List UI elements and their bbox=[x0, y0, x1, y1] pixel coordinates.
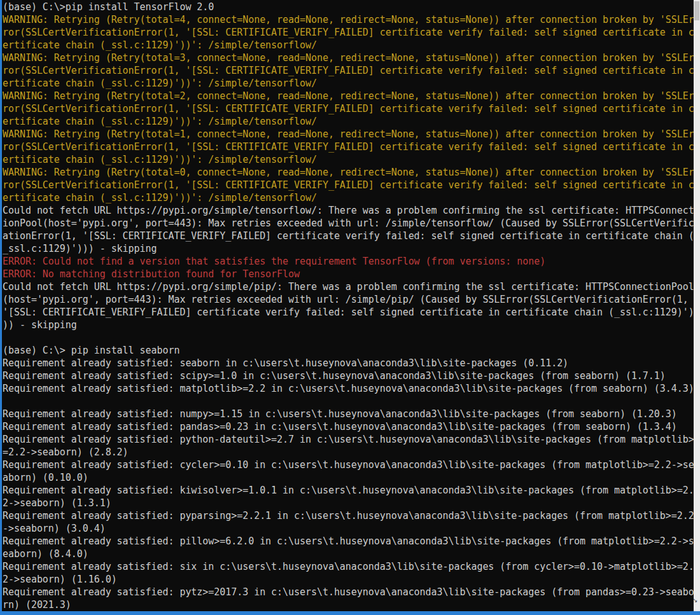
terminal-line: ationError(1, '[SSL: CERTIFICATE_VERIFY_… bbox=[3, 230, 694, 242]
terminal-line: ERROR: No matching distribution found fo… bbox=[3, 268, 694, 280]
terminal-line: =2.2->seaborn) (2.8.2) bbox=[3, 446, 694, 459]
terminal-line: WARNING: Retrying (Retry(total=3, connec… bbox=[3, 52, 694, 64]
terminal-line: WARNING: Retrying (Retry(total=4, connec… bbox=[3, 13, 694, 26]
terminal-line: Requirement already satisfied: python-da… bbox=[3, 433, 694, 446]
terminal-line: rn) (2021.3) bbox=[3, 598, 694, 611]
terminal-line: ertificate chain (_ssl.c:1129)'))': /sim… bbox=[3, 191, 694, 204]
terminal-line: Requirement already satisfied: seaborn i… bbox=[3, 357, 694, 370]
terminal-line: eaborn) (8.4.0) bbox=[3, 548, 694, 560]
terminal-line: Could not fetch URL https://pypi.org/sim… bbox=[3, 204, 694, 217]
terminal-line: 2->seaborn) (1.3.1) bbox=[3, 497, 694, 509]
terminal-line: (base) C:\>pip install TensorFlow 2.0 bbox=[3, 1, 694, 13]
terminal-line: 2->seaborn) (1.16.0) bbox=[3, 573, 694, 586]
terminal-line: (base) C:\> pip install seaborn bbox=[3, 344, 694, 357]
terminal-line: Requirement already satisfied: cycler>=0… bbox=[3, 459, 694, 471]
terminal-line: Requirement already satisfied: pytz>=201… bbox=[3, 586, 694, 598]
scrollbar-thumb[interactable] bbox=[694, 1, 699, 20]
terminal-line: Requirement already satisfied: numpy>=1.… bbox=[3, 408, 694, 420]
terminal-line: WARNING: Retrying (Retry(total=1, connec… bbox=[3, 128, 694, 141]
terminal-line: ionPool(host='pypi.org', port=443): Max … bbox=[3, 217, 694, 230]
terminal-line: ror(SSLCertVerificationError(1, '[SSL: C… bbox=[3, 26, 694, 39]
terminal-line: ror(SSLCertVerificationError(1, '[SSL: C… bbox=[3, 141, 694, 153]
terminal-line: aborn) (0.10.0) bbox=[3, 471, 694, 484]
terminal-line: WARNING: Retrying (Retry(total=2, connec… bbox=[3, 90, 694, 102]
scroll-down-arrow-icon: ↘ bbox=[692, 597, 697, 604]
terminal-line: Requirement already satisfied: pyparsing… bbox=[3, 509, 694, 522]
terminal-line: Requirement already satisfied: kiwisolve… bbox=[3, 484, 694, 497]
terminal-window: (base) C:\>pip install TensorFlow 2.0WAR… bbox=[0, 0, 700, 615]
terminal-line: ror(SSLCertVerificationError(1, '[SSL: C… bbox=[3, 64, 694, 77]
terminal-line: ertificate chain (_ssl.c:1129)'))': /sim… bbox=[3, 77, 694, 90]
terminal-line: ->seaborn) (3.0.4) bbox=[3, 522, 694, 535]
terminal-line: ERROR: Could not find a version that sat… bbox=[3, 255, 694, 268]
terminal-line: ertificate chain (_ssl.c:1129)'))': /sim… bbox=[3, 153, 694, 166]
terminal-line: Requirement already satisfied: scipy>=1.… bbox=[3, 370, 694, 382]
terminal-line: )) - skipping bbox=[3, 319, 694, 331]
console-output[interactable]: (base) C:\>pip install TensorFlow 2.0WAR… bbox=[2, 0, 694, 611]
terminal-line bbox=[3, 395, 694, 408]
terminal-line: Requirement already satisfied: pillow>=6… bbox=[3, 535, 694, 548]
terminal-line: ror(SSLCertVerificationError(1, '[SSL: C… bbox=[3, 179, 694, 191]
terminal-line: _ssl.c:1129)'))) - skipping bbox=[3, 242, 694, 255]
terminal-line: '[SSL: CERTIFICATE_VERIFY_FAILED] certif… bbox=[3, 306, 694, 319]
terminal-line: Requirement already satisfied: matplotli… bbox=[3, 382, 694, 395]
terminal-line: Could not fetch URL https://pypi.org/sim… bbox=[3, 280, 694, 293]
terminal-line: ertificate chain (_ssl.c:1129)'))': /sim… bbox=[3, 115, 694, 128]
terminal-line: (host='pypi.org', port=443): Max retries… bbox=[3, 293, 694, 306]
terminal-line: Requirement already satisfied: pandas>=0… bbox=[3, 420, 694, 433]
terminal-line: WARNING: Retrying (Retry(total=0, connec… bbox=[3, 166, 694, 179]
terminal-line: ror(SSLCertVerificationError(1, '[SSL: C… bbox=[3, 102, 694, 115]
window-border-left bbox=[0, 0, 2, 615]
window-border-bottom bbox=[0, 611, 700, 615]
scrollbar[interactable]: ↘ bbox=[694, 0, 700, 611]
terminal-line: ertificate chain (_ssl.c:1129)'))': /sim… bbox=[3, 39, 694, 52]
terminal-line bbox=[3, 331, 694, 344]
terminal-line: Requirement already satisfied: six in c:… bbox=[3, 560, 694, 573]
